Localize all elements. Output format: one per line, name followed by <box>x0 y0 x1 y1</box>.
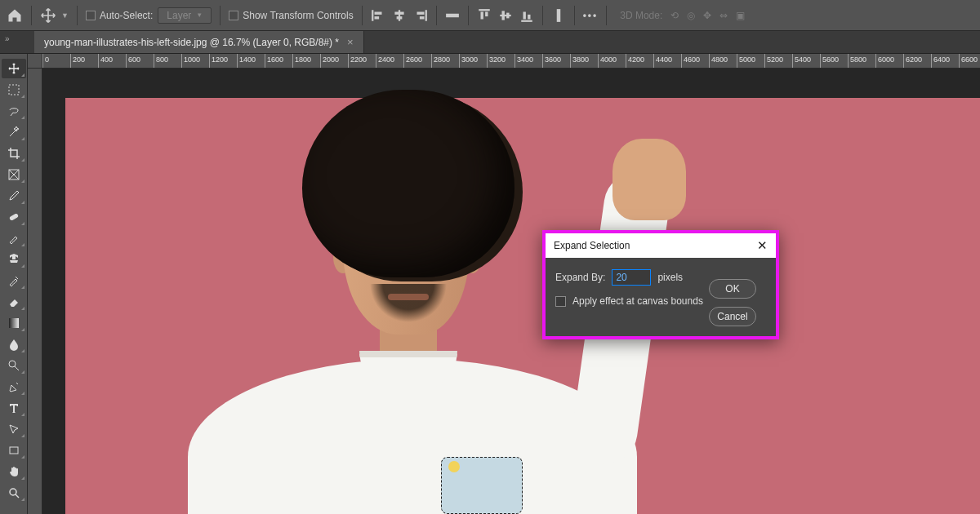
svg-rect-14 <box>501 11 504 20</box>
divider <box>606 6 607 25</box>
svg-rect-25 <box>10 447 18 454</box>
dialog-title: Expand Selection <box>554 240 630 251</box>
svg-rect-15 <box>506 12 509 18</box>
zoom-tool[interactable] <box>2 483 26 503</box>
expand-panel-icon[interactable]: » <box>5 34 10 43</box>
svg-rect-6 <box>425 10 426 21</box>
clone-stamp-tool[interactable] <box>2 250 26 269</box>
svg-rect-2 <box>374 16 379 19</box>
canvas-viewport[interactable] <box>42 69 980 514</box>
ruler-origin[interactable] <box>28 54 42 69</box>
expand-by-input[interactable] <box>612 269 651 286</box>
svg-rect-0 <box>372 10 373 21</box>
gradient-tool[interactable] <box>2 313 26 333</box>
toolbox <box>0 54 28 514</box>
3d-mode-group: 3D Mode: ⟲ ◎ ✥ ⇔ ▣ <box>620 10 745 21</box>
move-tool-icon[interactable] <box>40 7 56 24</box>
dodge-tool[interactable] <box>2 356 26 375</box>
svg-rect-16 <box>521 20 532 21</box>
align-right-icon[interactable] <box>413 8 428 23</box>
pen-tool[interactable] <box>2 377 26 397</box>
brush-tool[interactable] <box>2 228 26 248</box>
history-brush-tool[interactable] <box>2 271 26 290</box>
healing-brush-tool[interactable] <box>2 207 26 227</box>
svg-rect-1 <box>374 11 381 14</box>
divider <box>31 6 32 25</box>
crop-tool[interactable] <box>2 144 26 163</box>
active-selection[interactable] <box>441 457 523 514</box>
svg-rect-9 <box>446 13 459 17</box>
expand-by-label: Expand By: <box>555 272 605 283</box>
close-icon[interactable]: ✕ <box>757 238 768 253</box>
3d-rotate-icon[interactable]: ◎ <box>687 10 695 21</box>
align-center-v-icon[interactable] <box>498 8 513 23</box>
dialog-titlebar[interactable]: Expand Selection ✕ <box>546 233 776 258</box>
align-horizontal-group <box>371 8 428 23</box>
show-transform-checkbox[interactable]: Show Transform Controls <box>229 10 353 21</box>
marquee-tool[interactable] <box>2 80 26 100</box>
divider <box>542 6 543 25</box>
svg-rect-10 <box>479 9 490 11</box>
svg-rect-20 <box>9 85 19 95</box>
image-content <box>368 284 449 333</box>
magic-wand-tool[interactable] <box>2 122 26 142</box>
move-tool[interactable] <box>2 59 26 78</box>
svg-rect-12 <box>485 11 488 16</box>
svg-rect-13 <box>500 14 511 16</box>
hand-tool[interactable] <box>2 462 26 481</box>
3d-slide-icon[interactable]: ⇔ <box>719 10 728 21</box>
image-content <box>612 139 686 220</box>
type-tool[interactable] <box>2 398 26 418</box>
svg-rect-11 <box>480 11 483 19</box>
home-icon[interactable] <box>7 7 23 24</box>
svg-rect-4 <box>394 11 403 14</box>
3d-orbit-icon[interactable]: ⟲ <box>670 10 679 21</box>
lasso-tool[interactable] <box>2 101 26 121</box>
svg-rect-5 <box>396 16 402 19</box>
svg-rect-23 <box>9 318 19 328</box>
document-tab[interactable]: young-man-illustrates-his-left-side.jpg … <box>34 31 364 53</box>
workspace: 0200400600800100012001400160018002000220… <box>28 54 980 514</box>
svg-rect-17 <box>523 11 525 19</box>
auto-select-checkbox[interactable]: Auto-Select: <box>86 10 153 21</box>
close-tab-icon[interactable]: × <box>347 36 354 48</box>
3d-camera-icon[interactable]: ▣ <box>736 10 745 21</box>
vertical-ruler[interactable] <box>28 69 42 514</box>
eraser-tool[interactable] <box>2 292 26 312</box>
svg-point-24 <box>9 361 16 367</box>
expand-selection-dialog: Expand Selection ✕ Expand By: pixels App… <box>542 230 779 339</box>
blur-tool[interactable] <box>2 335 26 354</box>
distribute-v-icon[interactable] <box>551 8 566 23</box>
align-top-icon[interactable] <box>477 8 492 23</box>
layer-dropdown[interactable]: Layer ▼ <box>158 7 212 24</box>
eyedropper-tool[interactable] <box>2 186 26 206</box>
more-icon[interactable]: ••• <box>583 10 599 21</box>
document-tab-bar: young-man-illustrates-his-left-side.jpg … <box>0 31 980 54</box>
ok-button[interactable]: OK <box>709 279 756 299</box>
cancel-button[interactable]: Cancel <box>709 307 756 326</box>
align-bottom-icon[interactable] <box>519 8 534 23</box>
horizontal-ruler[interactable]: 0200400600800100012001400160018002000220… <box>42 54 980 69</box>
show-transform-label: Show Transform Controls <box>243 10 353 21</box>
chevron-down-icon[interactable]: ▼ <box>61 11 69 20</box>
rectangle-tool[interactable] <box>2 441 26 460</box>
3d-pan-icon[interactable]: ✥ <box>703 10 711 21</box>
align-vertical-group <box>477 8 534 23</box>
divider <box>362 6 363 25</box>
distribute-h-icon[interactable] <box>445 8 460 23</box>
align-left-icon[interactable] <box>371 8 385 23</box>
image-content <box>388 294 429 300</box>
align-center-h-icon[interactable] <box>392 8 407 23</box>
frame-tool[interactable] <box>2 165 26 184</box>
divider <box>436 6 437 25</box>
svg-rect-7 <box>416 11 424 14</box>
svg-point-26 <box>10 489 16 495</box>
document-tab-title: young-man-illustrates-his-left-side.jpg … <box>44 37 339 48</box>
3d-mode-label: 3D Mode: <box>620 10 662 21</box>
path-selection-tool[interactable] <box>2 419 26 439</box>
apply-bounds-checkbox[interactable] <box>555 296 566 307</box>
svg-rect-18 <box>528 14 530 19</box>
document-canvas[interactable] <box>65 98 980 514</box>
divider <box>77 6 78 25</box>
svg-rect-8 <box>420 16 425 19</box>
